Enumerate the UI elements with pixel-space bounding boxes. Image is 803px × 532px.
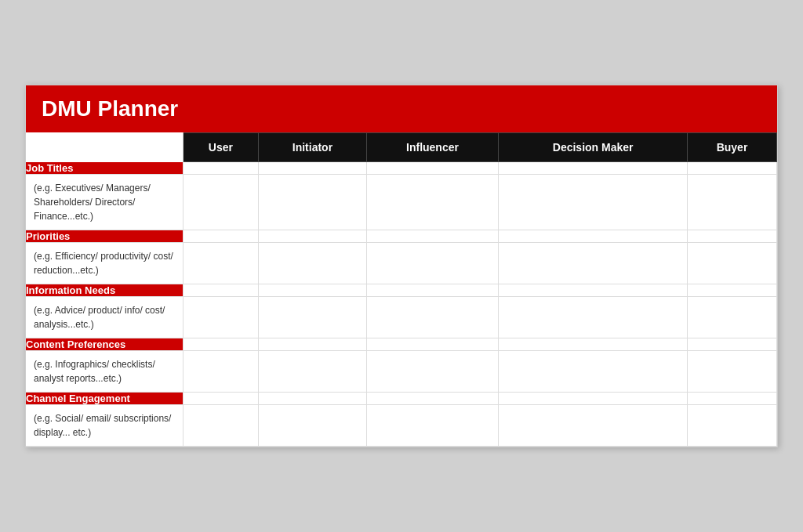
- section-label-0: Job Titles: [26, 162, 183, 175]
- col-header-influencer: Influencer: [366, 133, 499, 162]
- section-label-empty-cell-0-1: [259, 162, 366, 175]
- section-label-row-0: Job Titles: [26, 162, 777, 175]
- data-cell-4-3[interactable]: [499, 404, 688, 446]
- planner-table: User Initiator Influencer Decision Maker…: [26, 132, 777, 447]
- planner-header: DMU Planner: [26, 85, 777, 132]
- data-cell-3-3[interactable]: [499, 350, 688, 392]
- data-cell-0-1[interactable]: [259, 174, 366, 230]
- data-cell-3-2[interactable]: [366, 350, 499, 392]
- section-label-empty-cell-1-3: [499, 230, 688, 242]
- data-cell-0-2[interactable]: [366, 174, 499, 230]
- section-label-empty-cell-3-3: [499, 338, 688, 350]
- column-header-row: User Initiator Influencer Decision Maker…: [26, 133, 777, 162]
- section-label-empty-cell-4-2: [366, 392, 499, 404]
- data-cell-0-0[interactable]: [183, 174, 259, 230]
- section-desc-1: (e.g. Efficiency/ productivity/ cost/ re…: [26, 242, 183, 284]
- section-label-empty-cell-0-3: [499, 162, 688, 175]
- section-label-empty-cell-2-4: [688, 284, 777, 296]
- section-label-2: Information Needs: [26, 284, 183, 296]
- section-label-4: Channel Engagement: [26, 392, 183, 404]
- section-label-3: Content Preferences: [26, 338, 183, 350]
- section-label-1: Priorities: [26, 230, 183, 242]
- col-header-initiator: Initiator: [259, 133, 366, 162]
- section-label-empty-cell-1-0: [183, 230, 259, 242]
- data-cell-1-0[interactable]: [183, 242, 259, 284]
- col-header-decision-maker: Decision Maker: [499, 133, 688, 162]
- section-label-empty-cell-1-2: [366, 230, 499, 242]
- section-label-row-4: Channel Engagement: [26, 392, 777, 404]
- data-cell-3-1[interactable]: [259, 350, 366, 392]
- section-label-empty-cell-0-4: [688, 162, 777, 175]
- data-cell-4-2[interactable]: [366, 404, 499, 446]
- section-desc-row-4: (e.g. Social/ email/ subscriptions/ disp…: [26, 404, 777, 446]
- data-cell-2-4[interactable]: [688, 296, 777, 338]
- planner-container: DMU Planner User Initiator Influencer De…: [25, 85, 778, 447]
- section-label-empty-cell-4-4: [688, 392, 777, 404]
- section-desc-3: (e.g. Infographics/ checklists/ analyst …: [26, 350, 183, 392]
- section-label-empty-cell-1-4: [688, 230, 777, 242]
- section-label-empty-cell-3-1: [259, 338, 366, 350]
- section-label-empty-cell-0-2: [366, 162, 499, 175]
- section-label-empty-cell-0-0: [183, 162, 259, 175]
- section-label-empty-cell-2-1: [259, 284, 366, 296]
- section-label-empty-cell-1-1: [259, 230, 366, 242]
- col-header-user: User: [183, 133, 259, 162]
- section-label-row-2: Information Needs: [26, 284, 777, 296]
- data-cell-2-0[interactable]: [183, 296, 259, 338]
- section-label-empty-cell-3-2: [366, 338, 499, 350]
- data-cell-2-1[interactable]: [259, 296, 366, 338]
- data-cell-1-1[interactable]: [259, 242, 366, 284]
- section-desc-row-2: (e.g. Advice/ product/ info/ cost/ analy…: [26, 296, 777, 338]
- section-label-empty-cell-2-2: [366, 284, 499, 296]
- section-desc-2: (e.g. Advice/ product/ info/ cost/ analy…: [26, 296, 183, 338]
- data-cell-3-0[interactable]: [183, 350, 259, 392]
- data-cell-4-4[interactable]: [688, 404, 777, 446]
- data-cell-1-2[interactable]: [366, 242, 499, 284]
- data-cell-4-1[interactable]: [259, 404, 366, 446]
- data-cell-0-3[interactable]: [499, 174, 688, 230]
- section-label-row-3: Content Preferences: [26, 338, 777, 350]
- section-label-empty-cell-3-0: [183, 338, 259, 350]
- section-label-empty-cell-4-0: [183, 392, 259, 404]
- data-cell-0-4[interactable]: [688, 174, 777, 230]
- section-desc-row-0: (e.g. Executives/ Managers/ Shareholders…: [26, 174, 777, 230]
- section-desc-0: (e.g. Executives/ Managers/ Shareholders…: [26, 174, 183, 230]
- section-desc-4: (e.g. Social/ email/ subscriptions/ disp…: [26, 404, 183, 446]
- data-cell-1-4[interactable]: [688, 242, 777, 284]
- section-label-empty-cell-4-1: [259, 392, 366, 404]
- data-cell-3-4[interactable]: [688, 350, 777, 392]
- section-label-empty-cell-2-0: [183, 284, 259, 296]
- data-cell-1-3[interactable]: [499, 242, 688, 284]
- planner-title: DMU Planner: [42, 96, 761, 121]
- empty-header-cell: [26, 133, 183, 162]
- col-header-buyer: Buyer: [688, 133, 777, 162]
- data-cell-4-0[interactable]: [183, 404, 259, 446]
- section-label-empty-cell-3-4: [688, 338, 777, 350]
- section-label-row-1: Priorities: [26, 230, 777, 242]
- section-label-empty-cell-2-3: [499, 284, 688, 296]
- data-cell-2-3[interactable]: [499, 296, 688, 338]
- data-cell-2-2[interactable]: [366, 296, 499, 338]
- section-desc-row-1: (e.g. Efficiency/ productivity/ cost/ re…: [26, 242, 777, 284]
- section-label-empty-cell-4-3: [499, 392, 688, 404]
- section-desc-row-3: (e.g. Infographics/ checklists/ analyst …: [26, 350, 777, 392]
